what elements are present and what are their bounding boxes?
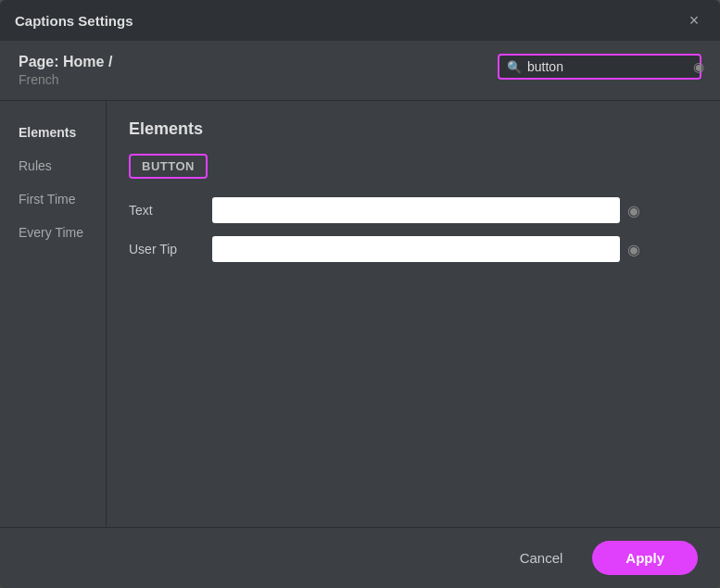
sidebar-item-every-time[interactable]: Every Time [0, 216, 106, 249]
footer: Cancel Apply [0, 527, 720, 588]
user-tip-input[interactable] [212, 236, 620, 262]
page-info: Page: Home / French [19, 54, 112, 87]
search-clear-icon[interactable]: ◉ [693, 59, 704, 74]
section-title: Elements [129, 119, 698, 139]
dialog-title: Captions Settings [15, 13, 133, 29]
sidebar-item-elements[interactable]: Elements [0, 116, 106, 149]
sidebar: Elements Rules First Time Every Time [0, 101, 107, 527]
user-tip-field-row: User Tip ◉ [129, 236, 698, 262]
header-area: Page: Home / French 🔍 ◉ [0, 41, 720, 101]
sidebar-item-first-time[interactable]: First Time [0, 182, 106, 216]
content-area: Elements BUTTON Text ◉ User Tip ◉ [107, 101, 720, 527]
close-button[interactable]: × [683, 9, 705, 31]
page-title: Page: Home / [19, 54, 112, 70]
search-icon: 🔍 [507, 60, 522, 74]
search-input[interactable] [527, 59, 689, 74]
main-content: Elements Rules First Time Every Time Ele… [0, 101, 720, 527]
search-box: 🔍 ◉ [498, 54, 701, 80]
cancel-button[interactable]: Cancel [505, 543, 578, 573]
sidebar-item-rules[interactable]: Rules [0, 149, 106, 182]
element-tag-button: BUTTON [129, 154, 208, 179]
captions-settings-dialog: Captions Settings × Page: Home / French … [0, 0, 720, 588]
title-bar: Captions Settings × [0, 0, 720, 41]
user-tip-label: User Tip [129, 242, 212, 256]
text-clear-icon[interactable]: ◉ [627, 202, 640, 219]
text-label: Text [129, 203, 212, 218]
text-field-row: Text ◉ [129, 197, 698, 223]
apply-button[interactable]: Apply [592, 541, 698, 575]
page-language: French [19, 72, 112, 87]
text-input[interactable] [212, 197, 620, 223]
user-tip-clear-icon[interactable]: ◉ [627, 241, 640, 258]
